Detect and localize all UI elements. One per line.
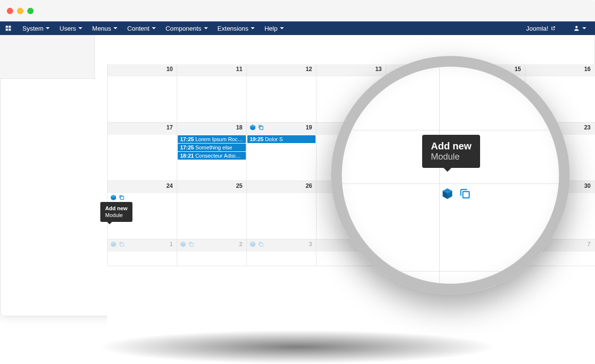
calendar-event[interactable]: 17:25Lorem Ipsum Rocks! — [178, 135, 246, 143]
calendar-header-cell: 13 — [316, 64, 386, 76]
module-cube-icon[interactable] — [249, 241, 256, 248]
nav-users[interactable]: Users — [55, 22, 87, 35]
tooltip-subtitle: Module — [105, 212, 123, 218]
svg-point-0 — [576, 26, 578, 28]
calendar-event[interactable]: 17:25Something else — [178, 144, 246, 151]
copy-icon[interactable] — [118, 241, 125, 248]
nav-menus[interactable]: Menus — [87, 22, 122, 35]
calendar-day-cell[interactable] — [177, 193, 246, 239]
copy-icon[interactable] — [118, 194, 125, 201]
calendar-date: 1 — [169, 241, 173, 248]
calendar-header-cell: 10 — [107, 64, 177, 76]
site-name: Joomla! — [526, 25, 548, 32]
chevron-down-icon — [280, 27, 284, 29]
calendar-date: 16 — [584, 66, 591, 73]
magnified-tooltip: Add new Module — [422, 135, 480, 168]
calendar-day-cell[interactable] — [107, 76, 177, 122]
calendar-date: 17 — [167, 124, 173, 131]
mag-tooltip-title: Add new — [431, 141, 471, 152]
calendar-date: 2 — [239, 241, 242, 248]
chevron-down-icon — [46, 27, 50, 29]
calendar-date: 30 — [584, 182, 591, 189]
calendar-date: 15 — [515, 66, 521, 73]
window-titlebar — [0, 0, 595, 21]
nav-system[interactable]: System — [18, 22, 55, 35]
nav-help[interactable]: Help — [260, 22, 289, 35]
calendar-day-cell[interactable] — [246, 76, 316, 122]
calendar-header-cell: 16 — [525, 64, 595, 76]
calendar-day-cell[interactable] — [107, 252, 177, 266]
nav-components[interactable]: Components — [161, 22, 213, 35]
calendar-day-cell[interactable]: 19:25Dolor S — [246, 135, 316, 181]
calendar-event[interactable]: 18:21Consecteur Adisiping — [178, 152, 246, 160]
calendar-date: 23 — [584, 124, 591, 131]
add-new-tooltip: Add new Module — [100, 202, 132, 222]
calendar-day-cell[interactable]: 17:25Lorem Ipsum Rocks!17:25Something el… — [177, 135, 246, 181]
module-cube-icon[interactable] — [110, 241, 117, 248]
calendar-header-cell: 11 — [177, 64, 246, 76]
calendar-date: 25 — [236, 182, 242, 189]
svg-rect-2 — [121, 197, 124, 200]
copy-icon[interactable] — [258, 241, 264, 248]
svg-rect-4 — [190, 243, 193, 246]
site-link[interactable]: Joomla! — [521, 22, 560, 35]
copy-icon[interactable] — [459, 187, 471, 200]
chevron-down-icon — [582, 27, 586, 29]
calendar-week-header: 101112131516 — [107, 64, 595, 76]
user-icon — [573, 25, 580, 32]
sidebar — [0, 35, 95, 79]
calendar-day-cell[interactable] — [246, 252, 316, 266]
external-link-icon — [551, 26, 556, 31]
calendar-header-cell: 25 — [177, 181, 246, 193]
svg-rect-5 — [260, 243, 263, 246]
copy-icon[interactable] — [258, 124, 264, 131]
chevron-down-icon — [152, 27, 156, 29]
minimize-dot[interactable] — [17, 8, 23, 14]
module-cube-icon[interactable] — [180, 241, 186, 248]
calendar-date: 3 — [309, 241, 312, 248]
calendar-header-cell: 18 — [177, 123, 246, 135]
nav-content[interactable]: Content — [122, 22, 161, 35]
calendar-date: 11 — [236, 66, 242, 73]
calendar-day-cell[interactable] — [246, 193, 316, 239]
user-menu[interactable] — [568, 22, 591, 35]
calendar-day-cell[interactable] — [177, 252, 246, 266]
calendar-day-cell[interactable] — [107, 135, 177, 181]
chevron-down-icon — [204, 27, 208, 29]
calendar-date: 7 — [587, 241, 591, 248]
calendar-header-cell: 26 — [246, 181, 316, 193]
module-cube-icon[interactable] — [441, 187, 454, 200]
calendar-event[interactable]: 19:25Dolor S — [247, 135, 316, 143]
chevron-down-icon — [251, 27, 255, 29]
calendar-date: 24 — [167, 182, 173, 189]
magnifier-lens: Add new Module — [331, 56, 570, 294]
joomla-logo-icon[interactable] — [4, 24, 13, 33]
svg-rect-1 — [260, 127, 263, 129]
calendar-header-cell: 24 — [107, 181, 177, 193]
module-cube-icon[interactable] — [249, 124, 256, 131]
copy-icon[interactable] — [188, 241, 195, 248]
calendar-date: 13 — [375, 66, 382, 73]
calendar-date: 19 — [306, 124, 312, 131]
svg-rect-3 — [121, 243, 124, 246]
calendar-header-cell: 12 — [246, 64, 316, 76]
calendar-day-cell[interactable] — [177, 76, 246, 122]
tooltip-title: Add new — [105, 205, 128, 212]
calendar-date: 18 — [236, 124, 242, 131]
calendar-date: 10 — [167, 66, 173, 73]
shadow-decoration — [97, 330, 498, 364]
chevron-down-icon — [113, 27, 117, 29]
calendar-header-cell: 17 — [107, 123, 177, 135]
svg-rect-7 — [463, 192, 469, 198]
calendar-date: 12 — [306, 66, 312, 73]
module-cube-icon[interactable] — [110, 194, 117, 201]
chevron-down-icon — [78, 27, 82, 29]
calendar-date: 26 — [306, 182, 312, 189]
maximize-dot[interactable] — [27, 8, 34, 14]
close-dot[interactable] — [7, 8, 13, 14]
admin-navbar: SystemUsersMenusContentComponentsExtensi… — [0, 21, 595, 35]
nav-extensions[interactable]: Extensions — [213, 22, 260, 35]
mag-tooltip-subtitle: Module — [431, 152, 460, 162]
